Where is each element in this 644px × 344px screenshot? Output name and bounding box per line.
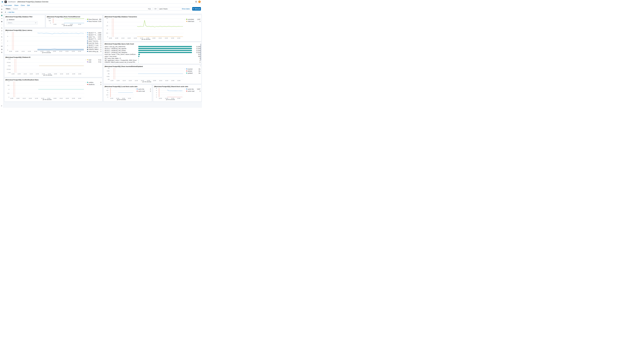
legend-value: 0 ms (98, 61, 101, 63)
nav-maps-icon[interactable]: ◉ (1, 20, 3, 22)
nav-dev-tools-icon[interactable]: ⋈ (1, 45, 3, 47)
legend-item[interactable]: read0 ms (87, 59, 101, 61)
nav-stack-monitoring-icon[interactable]: ◍ (1, 48, 3, 50)
legend-item[interactable]: SELECT t.oid,t.*,c.rel...0 (87, 46, 101, 48)
kql-toggle[interactable]: KQL (147, 8, 152, 10)
legend-value: 0/s (198, 72, 200, 74)
legend-item[interactable]: insert into "books" ("...0 (87, 42, 101, 44)
time-range-label[interactable]: Last 2 hours (158, 8, 182, 10)
svg-text:1: 1 (107, 29, 108, 30)
calendar-button[interactable]: ▾ (154, 7, 158, 10)
legend-item[interactable]: SELECT * FROM...0.088 (87, 34, 101, 36)
search-input[interactable] (12, 8, 147, 10)
clone-button[interactable]: Clone (21, 4, 25, 6)
legend-collapse-icon[interactable]: › (135, 88, 137, 100)
nav-dashboard-icon[interactable]: ▦ (1, 14, 3, 16)
add-filter-link[interactable]: + Add filter (8, 11, 14, 13)
breadcrumb-dashboard[interactable]: Dashboard (8, 1, 16, 3)
rows-idu-chart[interactable]: 1/s0.5/s0/s-0.5/s-1/s11:5012:0012:1012:2… (104, 67, 185, 83)
legend-collapse-icon[interactable]: › (86, 59, 87, 76)
legend-item[interactable]: cache hits5,667 (186, 88, 200, 90)
legend-item[interactable]: Rows Returned938 (87, 18, 101, 20)
svg-text:13:20: 13:20 (165, 80, 168, 81)
fileblock-io-chart[interactable]: 1 ms0.5 ms0 ms-0.5 ms-1 ms11:5012:0012:1… (6, 58, 86, 76)
svg-text:13:30: 13:30 (72, 98, 75, 99)
legend-color-dot (87, 51, 88, 52)
legend-item[interactable]: cache read0 (137, 90, 151, 92)
svg-text:12:00: 12:00 (110, 98, 113, 99)
shared-cache-chart[interactable]: 8642012:0012:3013:0013:30per 60 seconds (154, 87, 185, 100)
legend-item[interactable]: write0 ms (87, 61, 101, 63)
legend-item[interactable]: deleted0/s (186, 70, 200, 72)
svg-text:-1 ms: -1 ms (8, 72, 10, 73)
bar-label: SET application_name = 'PostgreSQL JDBC … (104, 59, 138, 61)
legend-item[interactable]: SELECT i.*,i.indkey a...0 (87, 44, 101, 46)
nav-machine-learning-icon[interactable]: ∴ (1, 24, 3, 25)
conflict-deadlock-chart[interactable]: 10.50-0.5-111:5012:0012:1012:2012:3012:4… (6, 81, 86, 100)
svg-text:13:20: 13:20 (165, 37, 168, 39)
legend-collapse-icon[interactable]: › (86, 81, 87, 100)
edit-button[interactable]: Edit (27, 4, 30, 6)
legend-item[interactable]: cache read0 (186, 90, 200, 92)
nav-visualize-icon[interactable]: ▥ (1, 11, 3, 13)
legend-item[interactable]: updated0/s (186, 72, 200, 74)
panel-options-icon[interactable] (200, 65, 201, 67)
show-dates-link[interactable]: Show dates (182, 8, 191, 10)
legend-collapse-icon[interactable]: › (185, 18, 186, 40)
dock-navigation-icon[interactable]: ⇤ (1, 105, 3, 107)
legend-label: read (88, 59, 98, 61)
full-screen-button[interactable]: Full screen (4, 4, 12, 6)
scrollbar-thumb[interactable] (200, 44, 201, 60)
legend-item[interactable]: select * from pg...0.243 (87, 36, 101, 38)
rows-fetched-chart[interactable]: 1,000500012:0012:3013:0013:30per 60 seco… (47, 18, 86, 26)
legend-item[interactable]: inserted0/s (186, 68, 200, 70)
nav-canvas-icon[interactable]: ▭ (1, 17, 3, 19)
local-cache-chart[interactable]: 10.50-0.5-112:0012:3013:0013:30per 60 se… (104, 87, 135, 100)
bar-value: 11,004 (193, 50, 200, 51)
share-button[interactable]: Share (14, 4, 18, 6)
nav-management-icon[interactable]: ⚙ (1, 51, 3, 53)
gear-icon[interactable]: ⚙ (5, 11, 6, 13)
legend-item[interactable]: rolled back0 (186, 20, 200, 22)
refresh-icon: ↻ (193, 8, 194, 10)
legend-collapse-icon[interactable]: › (86, 18, 87, 26)
legend-item[interactable]: SELECT * FROM...0.076 (87, 38, 101, 40)
nav-logs-icon[interactable]: ≡ (1, 30, 3, 32)
legend-item[interactable]: SELECT * FROM...3.655 (87, 32, 101, 34)
space-badge[interactable]: D (4, 1, 7, 3)
nav-recently-viewed-icon[interactable]: ◷ (1, 5, 3, 7)
svg-text:1/s: 1/s (108, 67, 110, 69)
filters-popover-button[interactable]: Filters (4, 7, 12, 10)
legend-item[interactable]: CREATE TABLE publi...0 (87, 48, 101, 50)
cloud-deployment-icon[interactable] (195, 1, 197, 3)
svg-text:0.5 ms: 0.5 ms (7, 62, 10, 63)
elastic-logo[interactable] (1, 1, 3, 3)
svg-text:12:00: 12:00 (18, 73, 20, 74)
legend-item[interactable]: select * from books0 (87, 40, 101, 42)
nav-siem-icon[interactable]: ♡ (1, 42, 3, 44)
avatar[interactable] (198, 0, 201, 3)
legend-collapse-icon[interactable]: › (86, 32, 87, 53)
legend-collapse-icon[interactable]: › (185, 88, 186, 100)
database-select[interactable]: Select... (6, 21, 38, 24)
field-name: database (9, 19, 14, 20)
svg-text:12:10: 12:10 (22, 98, 26, 99)
legend-item[interactable]: committed1,367 (186, 18, 200, 20)
legend-item[interactable]: conflicts0 (87, 81, 101, 83)
nav-uptime-icon[interactable]: ✓ (1, 39, 3, 41)
svg-text:per 60 seconds: per 60 seconds (44, 74, 52, 76)
nav-discover-icon[interactable]: ◈ (1, 8, 3, 10)
legend-color-dot (137, 91, 138, 91)
nav-graph-icon[interactable]: ◬ (1, 27, 3, 28)
legend-collapse-icon[interactable]: › (185, 68, 186, 83)
query-latency-chart[interactable]: 4321011:5012:0012:1012:2012:3012:4012:50… (6, 31, 86, 53)
transactions-chart[interactable]: 2.521.510.5011:5012:0012:1012:2012:3012:… (104, 18, 185, 40)
legend-item[interactable]: cache hits0 (137, 88, 151, 90)
bar-row: SELECT * FROM pg_stat_bgwriter11,004 (104, 47, 200, 49)
legend-item[interactable]: select string_agg(wo...0 (87, 50, 101, 52)
nav-apm-icon[interactable]: ↯ (1, 36, 3, 38)
legend-item[interactable]: Rows Fetched0.183 (87, 20, 101, 22)
refresh-button[interactable]: ↻ Refresh (192, 7, 201, 10)
legend-item[interactable]: deadlocks0 (87, 83, 101, 85)
nav-metrics-icon[interactable]: ≈ (1, 33, 3, 35)
